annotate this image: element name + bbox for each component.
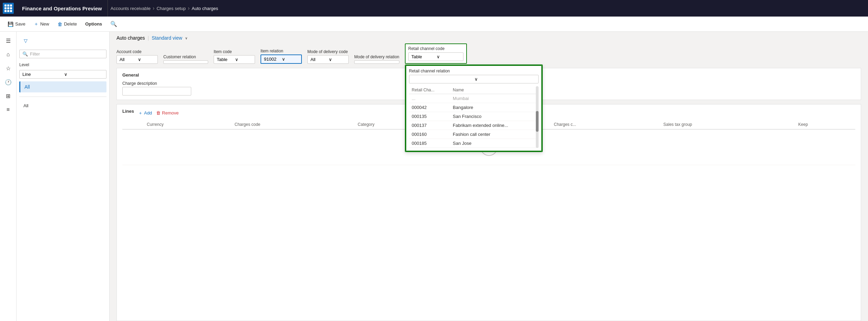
dropdown-row[interactable]: 000135San Francisco [409,112,539,121]
sidebar-icons: ☰ ⌂ ☆ 🕐 ⊞ ≡ [0,32,17,321]
account-code-dropdown[interactable]: All ∨ [116,55,158,64]
dropdown-row[interactable]: 000185San Jose [409,139,539,148]
customer-relation-dropdown[interactable] [163,60,208,64]
retail-channel-code-box: Retail channel code Table ∨ [405,43,467,64]
dropdown-row[interactable]: 000042Bangalore [409,103,539,112]
retail-channel-code-group: Retail channel code Table ∨ Retail chann… [405,43,467,64]
breadcrumb-item-1[interactable]: Accounts receivable [111,6,151,11]
charge-description-label: Charge description [122,81,191,86]
hamburger-icon: ☰ [6,38,11,44]
dropdown-cell-code: 000135 [409,112,450,121]
toolbar: 💾 Save ＋ New 🗑 Delete Options 🔍 [0,17,868,32]
retail-channel-relation-label: Retail channel relation [409,69,539,73]
dropdown-row[interactable]: ...Mumbai [409,94,539,103]
breadcrumb-sep-1: › [153,5,154,11]
item-relation-dropdown[interactable]: 91002 ∨ [261,54,302,64]
mode-delivery-code-chevron-icon: ∨ [329,57,346,62]
dropdown-cell-name: Bangalore [450,103,539,112]
dropdown-scrollbar-thumb [536,111,539,132]
dropdown-cell-code: 000160 [409,130,450,139]
filters-row: Account code All ∨ Customer relation Ite… [110,43,868,68]
view-chevron-icon: ∨ [185,36,187,40]
breadcrumb-item-2[interactable]: Charges setup [156,6,186,11]
account-code-group: Account code All ∨ [116,49,158,64]
mode-delivery-code-dropdown[interactable]: All ∨ [307,55,349,64]
lines-col-header: Keep [796,120,855,129]
new-label: New [40,21,49,27]
dropdown-cell-code: 000137 [409,121,450,130]
item-relation-value: 91002 [264,57,280,62]
level-chevron-icon: ∨ [64,72,104,77]
filter-search-icon: 🔍 [22,51,28,57]
account-code-label: Account code [116,49,158,54]
delete-button[interactable]: 🗑 Delete [54,19,81,29]
lines-col-header: Charges c... [551,120,661,129]
dropdown-cell-code: 000185 [409,139,450,148]
item-code-label: Item code [214,49,255,54]
waffle-button[interactable] [3,3,14,14]
mode-delivery-relation-dropdown[interactable] [354,60,399,64]
level-label: Level [19,62,106,67]
mode-delivery-relation-label: Mode of delivery relation [354,54,399,59]
remove-button[interactable]: 🗑 Remove [156,110,178,116]
retail-channel-code-label: Retail channel code [408,46,463,51]
save-button[interactable]: 💾 Save [4,19,29,29]
hamburger-icon-button[interactable]: ☰ [2,34,14,47]
col-retail-cha-header: Retail Cha... [409,86,450,94]
filter-item-all-sub[interactable]: All [19,101,106,110]
search-icon: 🔍 [110,21,117,27]
dropdown-cell-name: Mumbai [450,94,539,103]
star-icon-button[interactable]: ☆ [2,62,14,74]
save-icon: 💾 [8,21,13,27]
filter-item-label: All [24,84,30,90]
mode-delivery-code-label: Mode of delivery code [307,49,349,54]
dropdown-cell-name: San Jose [450,139,539,148]
page-title: Auto charges [116,35,145,41]
lines-col-header [122,120,144,129]
main-layout: ☰ ⌂ ☆ 🕐 ⊞ ≡ ▽ 🔍 Level Line [0,32,868,321]
lines-col-header: Currency [144,120,232,129]
retail-channel-relation-input[interactable]: ∨ [409,75,539,83]
content-header: Auto charges | Standard view ∨ [110,32,868,43]
list-icon-button[interactable]: ≡ [2,103,14,116]
item-relation-label: Item relation [261,49,302,53]
remove-icon: 🗑 [156,110,161,116]
item-code-group: Item code Table ∨ [214,49,255,64]
dropdown-row[interactable]: 000137Fabrikam extended online... [409,121,539,130]
options-label: Options [85,21,102,27]
filter-icon-button[interactable]: ▽ [19,34,32,47]
level-dropdown[interactable]: Line ∨ [19,70,106,79]
lines-section-title: Lines [122,109,134,114]
list-icon: ≡ [7,107,10,113]
dropdown-row[interactable]: 000160Fashion call center [409,130,539,139]
item-code-dropdown[interactable]: Table ∨ [214,55,255,64]
filter-search-input[interactable] [30,51,103,57]
recent-icon-button[interactable]: 🕐 [2,76,14,88]
dropdown-cell-code: ... [409,94,450,103]
add-button[interactable]: ＋ Add [138,110,152,116]
filter-search-box[interactable]: 🔍 [19,50,106,58]
top-bar: Finance and Operations Preview Accounts … [0,0,868,17]
dropdown-scrollbar[interactable] [536,86,539,148]
delete-label: Delete [64,21,77,27]
standard-view-button[interactable]: Standard view [152,35,182,41]
filter-item-all-active[interactable]: All [19,81,106,92]
mode-delivery-code-value: All [310,57,327,62]
item-relation-group: Item relation 91002 ∨ [261,49,302,64]
charge-description-input[interactable] [122,87,191,96]
retail-channel-relation-chevron-icon: ∨ [474,77,535,82]
delete-icon: 🗑 [58,21,62,27]
search-button[interactable]: 🔍 [108,19,119,29]
retail-channel-code-dropdown[interactable]: Table ∨ [408,52,463,61]
star-icon: ☆ [6,65,11,72]
charge-description-field: Charge description [122,81,191,96]
options-button[interactable]: Options [82,19,105,29]
dropdown-cell-name: Fashion call center [450,130,539,139]
item-code-chevron-icon: ∨ [235,57,252,62]
add-label: Add [144,110,152,116]
grid-icon-button[interactable]: ⊞ [2,90,14,102]
new-button[interactable]: ＋ New [30,19,53,29]
mode-delivery-relation-group: Mode of delivery relation [354,54,399,64]
home-icon-button[interactable]: ⌂ [2,48,14,61]
filter-icon: ▽ [24,38,28,43]
